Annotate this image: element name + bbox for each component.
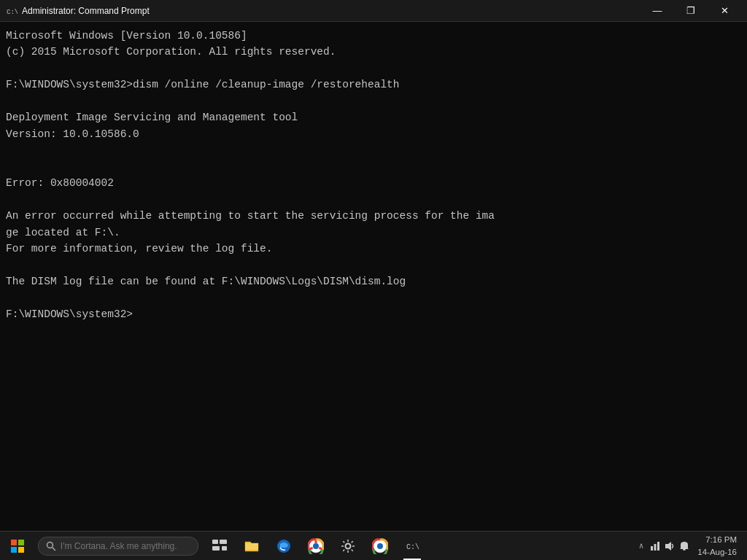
svg-text:C:\: C:\ bbox=[406, 543, 419, 551]
svg-rect-2 bbox=[11, 540, 17, 545]
svg-point-14 bbox=[313, 543, 319, 549]
settings-button[interactable] bbox=[333, 532, 363, 561]
svg-point-6 bbox=[47, 542, 53, 548]
titlebar-controls: — ❐ ✕ bbox=[640, 0, 741, 22]
system-tray-expand[interactable]: ∧ bbox=[636, 541, 647, 551]
notification-icon bbox=[678, 540, 690, 552]
file-explorer-button[interactable] bbox=[236, 532, 267, 561]
cmd-taskbar-button[interactable]: C:\ bbox=[397, 532, 427, 561]
cortana-search[interactable] bbox=[38, 537, 198, 556]
titlebar: C:\ Administrator: Command Prompt — ❐ ✕ bbox=[0, 0, 747, 22]
svg-point-15 bbox=[346, 543, 351, 548]
taskbar-clock[interactable]: 7:16 PM 14-Aug-16 bbox=[693, 534, 741, 557]
svg-marker-23 bbox=[665, 542, 671, 551]
close-button[interactable]: ✕ bbox=[708, 0, 741, 22]
volume-icon bbox=[664, 540, 676, 552]
svg-rect-9 bbox=[220, 540, 227, 544]
search-input[interactable] bbox=[61, 541, 190, 551]
maximize-button[interactable]: ❐ bbox=[674, 0, 708, 22]
cmd-icon: C:\ bbox=[6, 5, 18, 17]
svg-rect-8 bbox=[212, 540, 218, 544]
chrome2-button[interactable] bbox=[365, 532, 395, 561]
taskbar-apps: C:\ bbox=[204, 532, 427, 561]
start-button[interactable] bbox=[0, 532, 35, 561]
svg-rect-3 bbox=[18, 540, 24, 545]
taskbar-right: ∧ 7:16 PM 14-Aug-16 bbox=[636, 534, 747, 557]
task-view-button[interactable] bbox=[204, 532, 235, 561]
svg-line-7 bbox=[52, 547, 55, 550]
network-icon bbox=[649, 540, 661, 552]
titlebar-title: Administrator: Command Prompt bbox=[22, 6, 150, 16]
svg-rect-22 bbox=[657, 542, 659, 551]
svg-rect-10 bbox=[212, 546, 220, 551]
minimize-button[interactable]: — bbox=[640, 0, 674, 22]
svg-point-17 bbox=[377, 543, 383, 549]
svg-rect-11 bbox=[222, 546, 227, 551]
clock-date: 14-Aug-16 bbox=[697, 546, 737, 558]
console-output: Microsoft Windows [Version 10.0.10586] (… bbox=[6, 28, 741, 322]
svg-rect-20 bbox=[651, 546, 653, 551]
svg-rect-21 bbox=[654, 544, 657, 551]
clock-time: 7:16 PM bbox=[697, 534, 737, 545]
edge-button[interactable] bbox=[268, 532, 299, 561]
svg-rect-5 bbox=[18, 547, 24, 553]
taskbar: C:\ ∧ 7:16 PM 14-Aug-16 bbox=[0, 531, 747, 560]
svg-rect-4 bbox=[11, 547, 17, 553]
console-window[interactable]: Microsoft Windows [Version 10.0.10586] (… bbox=[0, 22, 747, 531]
search-icon bbox=[46, 541, 56, 551]
chrome-button[interactable] bbox=[301, 532, 331, 561]
svg-text:C:\: C:\ bbox=[7, 9, 18, 16]
titlebar-left: C:\ Administrator: Command Prompt bbox=[6, 5, 150, 17]
